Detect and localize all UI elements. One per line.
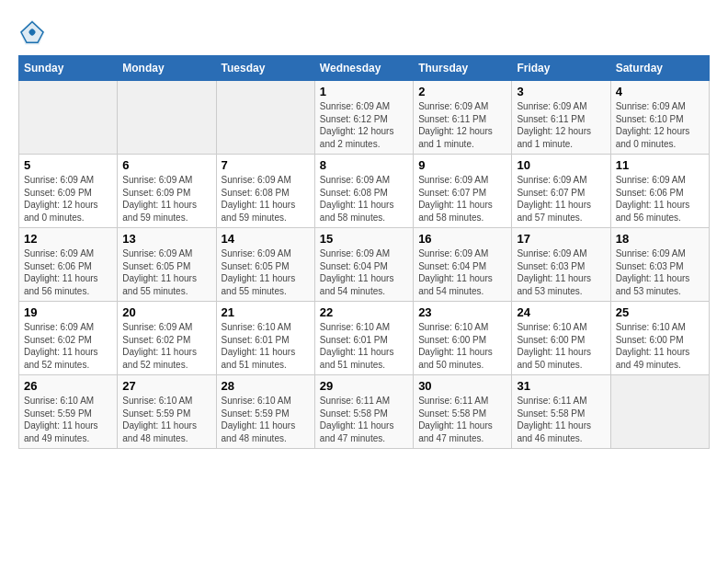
calendar-cell: 26Sunrise: 6:10 AM Sunset: 5:59 PM Dayli… [19,375,118,449]
calendar-cell: 5Sunrise: 6:09 AM Sunset: 6:09 PM Daylig… [19,155,118,228]
logo-icon [18,18,46,46]
calendar-week-row: 5Sunrise: 6:09 AM Sunset: 6:09 PM Daylig… [19,155,710,228]
day-info: Sunrise: 6:09 AM Sunset: 6:09 PM Dayligh… [122,174,210,224]
day-info: Sunrise: 6:10 AM Sunset: 5:59 PM Dayligh… [122,395,210,444]
day-info: Sunrise: 6:09 AM Sunset: 6:09 PM Dayligh… [24,174,112,224]
calendar-cell [216,81,314,155]
day-number: 18 [616,232,704,246]
day-number: 8 [320,158,408,172]
day-info: Sunrise: 6:10 AM Sunset: 5:59 PM Dayligh… [24,395,112,444]
day-info: Sunrise: 6:09 AM Sunset: 6:05 PM Dayligh… [122,247,210,297]
day-info: Sunrise: 6:09 AM Sunset: 6:02 PM Dayligh… [122,321,210,371]
calendar-cell: 17Sunrise: 6:09 AM Sunset: 6:03 PM Dayli… [512,228,610,302]
calendar-cell: 12Sunrise: 6:09 AM Sunset: 6:06 PM Dayli… [19,228,118,302]
day-info: Sunrise: 6:09 AM Sunset: 6:08 PM Dayligh… [320,174,408,224]
calendar-cell: 16Sunrise: 6:09 AM Sunset: 6:04 PM Dayli… [414,228,512,302]
weekday-header: Wednesday [314,56,413,81]
day-info: Sunrise: 6:10 AM Sunset: 6:01 PM Dayligh… [222,321,310,371]
calendar-cell: 20Sunrise: 6:09 AM Sunset: 6:02 PM Dayli… [118,302,216,375]
calendar-cell: 11Sunrise: 6:09 AM Sunset: 6:06 PM Dayli… [610,155,709,228]
day-number: 4 [616,85,704,98]
calendar-cell: 6Sunrise: 6:09 AM Sunset: 6:09 PM Daylig… [118,155,216,228]
day-info: Sunrise: 6:09 AM Sunset: 6:12 PM Dayligh… [320,100,408,150]
day-number: 27 [122,379,210,393]
calendar-cell: 24Sunrise: 6:10 AM Sunset: 6:00 PM Dayli… [512,302,610,375]
calendar-cell: 3Sunrise: 6:09 AM Sunset: 6:11 PM Daylig… [512,81,610,155]
day-info: Sunrise: 6:09 AM Sunset: 6:03 PM Dayligh… [616,247,704,297]
day-info: Sunrise: 6:09 AM Sunset: 6:08 PM Dayligh… [222,174,310,224]
day-number: 13 [122,232,210,246]
weekday-header: Sunday [19,56,118,81]
logo [18,18,50,46]
calendar-cell [19,81,118,155]
calendar-cell [118,81,216,155]
day-info: Sunrise: 6:09 AM Sunset: 6:07 PM Dayligh… [418,174,506,224]
calendar-cell: 23Sunrise: 6:10 AM Sunset: 6:00 PM Dayli… [414,302,512,375]
day-number: 16 [418,232,506,246]
day-number: 26 [24,379,112,393]
day-info: Sunrise: 6:09 AM Sunset: 6:06 PM Dayligh… [24,247,112,297]
calendar-week-row: 19Sunrise: 6:09 AM Sunset: 6:02 PM Dayli… [19,302,710,375]
day-info: Sunrise: 6:09 AM Sunset: 6:02 PM Dayligh… [24,321,112,371]
day-number: 6 [122,158,210,172]
day-info: Sunrise: 6:09 AM Sunset: 6:10 PM Dayligh… [616,100,704,150]
calendar-cell: 27Sunrise: 6:10 AM Sunset: 5:59 PM Dayli… [118,375,216,449]
day-number: 11 [616,158,704,172]
calendar-cell: 9Sunrise: 6:09 AM Sunset: 6:07 PM Daylig… [414,155,512,228]
day-info: Sunrise: 6:11 AM Sunset: 5:58 PM Dayligh… [320,395,408,444]
weekday-header: Friday [512,56,610,81]
day-number: 14 [222,232,310,246]
calendar-cell: 8Sunrise: 6:09 AM Sunset: 6:08 PM Daylig… [314,155,413,228]
weekday-header: Monday [118,56,216,81]
calendar-cell: 19Sunrise: 6:09 AM Sunset: 6:02 PM Dayli… [19,302,118,375]
calendar-cell: 21Sunrise: 6:10 AM Sunset: 6:01 PM Dayli… [216,302,314,375]
day-info: Sunrise: 6:09 AM Sunset: 6:04 PM Dayligh… [418,247,506,297]
calendar-cell: 30Sunrise: 6:11 AM Sunset: 5:58 PM Dayli… [414,375,512,449]
day-number: 30 [418,379,506,393]
day-number: 15 [320,232,408,246]
calendar-week-row: 26Sunrise: 6:10 AM Sunset: 5:59 PM Dayli… [19,375,710,449]
day-number: 29 [320,379,408,393]
calendar-table: SundayMondayTuesdayWednesdayThursdayFrid… [18,55,710,449]
day-number: 2 [418,85,506,98]
calendar-cell: 14Sunrise: 6:09 AM Sunset: 6:05 PM Dayli… [216,228,314,302]
header [18,18,710,46]
day-info: Sunrise: 6:10 AM Sunset: 6:00 PM Dayligh… [517,321,605,371]
day-info: Sunrise: 6:09 AM Sunset: 6:04 PM Dayligh… [320,247,408,297]
day-number: 25 [616,305,704,319]
day-number: 5 [24,158,112,172]
calendar-cell: 18Sunrise: 6:09 AM Sunset: 6:03 PM Dayli… [610,228,709,302]
calendar-cell: 22Sunrise: 6:10 AM Sunset: 6:01 PM Dayli… [314,302,413,375]
day-info: Sunrise: 6:09 AM Sunset: 6:03 PM Dayligh… [517,247,605,297]
day-number: 21 [222,305,310,319]
calendar-cell: 29Sunrise: 6:11 AM Sunset: 5:58 PM Dayli… [314,375,413,449]
weekday-header: Saturday [610,56,709,81]
weekday-header: Tuesday [216,56,314,81]
calendar-cell: 31Sunrise: 6:11 AM Sunset: 5:58 PM Dayli… [512,375,610,449]
day-number: 12 [24,232,112,246]
day-info: Sunrise: 6:09 AM Sunset: 6:11 PM Dayligh… [418,100,506,150]
calendar-cell: 2Sunrise: 6:09 AM Sunset: 6:11 PM Daylig… [414,81,512,155]
calendar-cell: 7Sunrise: 6:09 AM Sunset: 6:08 PM Daylig… [216,155,314,228]
day-number: 23 [418,305,506,319]
calendar-cell [610,375,709,449]
calendar-cell: 15Sunrise: 6:09 AM Sunset: 6:04 PM Dayli… [314,228,413,302]
calendar-cell: 28Sunrise: 6:10 AM Sunset: 5:59 PM Dayli… [216,375,314,449]
day-info: Sunrise: 6:10 AM Sunset: 6:00 PM Dayligh… [616,321,704,371]
day-number: 22 [320,305,408,319]
calendar-week-row: 1Sunrise: 6:09 AM Sunset: 6:12 PM Daylig… [19,81,710,155]
calendar-cell: 4Sunrise: 6:09 AM Sunset: 6:10 PM Daylig… [610,81,709,155]
day-info: Sunrise: 6:10 AM Sunset: 5:59 PM Dayligh… [222,395,310,444]
day-info: Sunrise: 6:09 AM Sunset: 6:05 PM Dayligh… [222,247,310,297]
day-number: 20 [122,305,210,319]
day-number: 19 [24,305,112,319]
day-number: 9 [418,158,506,172]
day-number: 1 [320,85,408,98]
calendar-week-row: 12Sunrise: 6:09 AM Sunset: 6:06 PM Dayli… [19,228,710,302]
day-info: Sunrise: 6:10 AM Sunset: 6:00 PM Dayligh… [418,321,506,371]
day-info: Sunrise: 6:11 AM Sunset: 5:58 PM Dayligh… [418,395,506,444]
day-info: Sunrise: 6:09 AM Sunset: 6:07 PM Dayligh… [517,174,605,224]
weekday-header: Thursday [414,56,512,81]
day-number: 31 [517,379,605,393]
day-number: 24 [517,305,605,319]
